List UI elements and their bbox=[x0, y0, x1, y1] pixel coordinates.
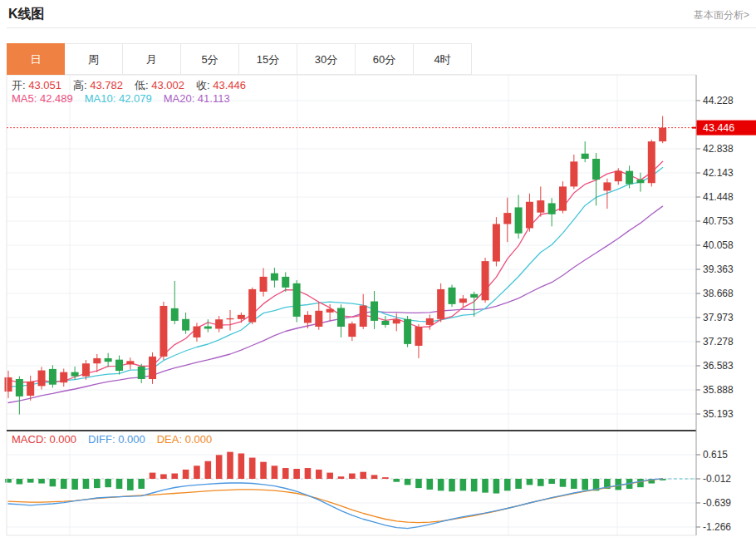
macd-bar-positive bbox=[293, 469, 300, 479]
candle-body-down bbox=[626, 171, 633, 185]
macd-bar-negative bbox=[493, 479, 500, 494]
candle-body-up bbox=[570, 161, 577, 186]
candle-body-down bbox=[16, 379, 23, 397]
tab-5min[interactable]: 5分 bbox=[181, 43, 239, 75]
candle-body-up bbox=[82, 363, 90, 376]
candle-body-up bbox=[426, 318, 434, 325]
macd-bar-positive bbox=[349, 474, 356, 479]
candle-body-up bbox=[459, 298, 467, 303]
macd-bar-positive bbox=[326, 473, 333, 479]
y-axis-label: 37.278 bbox=[703, 336, 734, 347]
macd-bar-negative bbox=[460, 479, 467, 490]
ohlc-item: 低: 43.002 bbox=[135, 79, 184, 91]
macd-bar-negative bbox=[571, 479, 577, 489]
macd-bar-negative bbox=[482, 479, 488, 493]
candle-body-up bbox=[537, 200, 544, 213]
macd-bar-negative bbox=[427, 479, 434, 490]
ohlc-item: 高: 43.782 bbox=[73, 79, 123, 91]
macd-bar-negative bbox=[438, 479, 444, 490]
candle-body-up bbox=[415, 327, 422, 346]
candle-body-down bbox=[548, 203, 556, 214]
macd-bar-positive bbox=[160, 474, 167, 479]
y-axis-label: 37.973 bbox=[703, 312, 734, 323]
macd-item: MACD: 0.000 bbox=[12, 433, 76, 446]
candle-body-up bbox=[215, 319, 223, 328]
macd-bar-negative bbox=[471, 479, 478, 491]
y-axis-label: 35.888 bbox=[703, 384, 734, 396]
candle-body-down bbox=[271, 273, 278, 281]
candle-body-down bbox=[282, 277, 289, 288]
fundamental-analysis-link[interactable]: 基本面分析> bbox=[694, 8, 749, 22]
macd-bar-positive bbox=[338, 476, 345, 479]
ma-item: MA10: 42.079 bbox=[85, 92, 152, 105]
macd-bar-negative bbox=[105, 479, 111, 487]
macd-bar-negative bbox=[38, 479, 45, 484]
macd-axis-label: 0.615 bbox=[703, 449, 728, 461]
macd-bar-positive bbox=[171, 474, 178, 479]
candle-body-up bbox=[393, 319, 400, 323]
macd-bar-negative bbox=[449, 479, 455, 491]
macd-bar-negative bbox=[405, 479, 411, 485]
candle-body-down bbox=[470, 294, 478, 298]
macd-bar-positive bbox=[360, 472, 366, 479]
candle-body-down bbox=[293, 283, 301, 317]
macd-item: DIFF: 0.000 bbox=[88, 433, 145, 446]
candle-body-up bbox=[60, 372, 67, 383]
candle-body-up bbox=[27, 382, 34, 396]
macd-bar-negative bbox=[138, 479, 145, 489]
tab-week[interactable]: 周 bbox=[65, 43, 123, 75]
candle-body-up bbox=[260, 277, 268, 292]
macd-item: DEA: 0.000 bbox=[157, 433, 213, 446]
ma-legend: MA5: 42.489MA10: 42.079MA20: 41.113 bbox=[12, 92, 242, 105]
candle-body-up bbox=[238, 315, 245, 319]
macd-bar-positive bbox=[260, 462, 267, 479]
tab-day[interactable]: 日 bbox=[7, 43, 65, 75]
ma-item: MA5: 42.489 bbox=[12, 92, 73, 105]
candle-body-down bbox=[71, 372, 79, 377]
tab-15min[interactable]: 15分 bbox=[239, 43, 297, 75]
candle-body-down bbox=[582, 154, 589, 159]
macd-bar-positive bbox=[216, 455, 223, 479]
candle-body-up bbox=[160, 306, 167, 357]
candle-body-down bbox=[171, 308, 179, 321]
tab-60min[interactable]: 60分 bbox=[356, 43, 414, 75]
macd-bar-negative bbox=[527, 479, 533, 485]
page-title: K线图 bbox=[8, 6, 45, 23]
candle-body-up bbox=[93, 358, 101, 363]
candle-body-down bbox=[337, 308, 345, 327]
candle-body-down bbox=[105, 358, 112, 362]
macd-bar-negative bbox=[71, 479, 78, 490]
tab-month[interactable]: 月 bbox=[123, 43, 181, 75]
page-header: K线图 基本面分析> bbox=[0, 0, 756, 27]
macd-bar-negative bbox=[116, 479, 123, 489]
macd-bar-positive bbox=[282, 468, 289, 479]
y-axis-label: 40.058 bbox=[703, 239, 734, 251]
tab-4hour[interactable]: 4时 bbox=[414, 43, 472, 75]
y-axis-label: 42.838 bbox=[703, 143, 734, 155]
candle-body-up bbox=[248, 289, 256, 323]
candle-body-down bbox=[49, 369, 56, 385]
candle-body-up bbox=[126, 361, 134, 364]
ohlc-legend: 开: 43.051高: 43.782低: 43.002收: 43.446 bbox=[12, 78, 258, 93]
y-axis-label: 36.583 bbox=[703, 360, 734, 372]
candle-body-up bbox=[503, 213, 511, 224]
candle-body-up bbox=[482, 261, 489, 300]
candle-body-down bbox=[204, 327, 212, 329]
macd-bar-negative bbox=[415, 479, 422, 488]
tab-30min[interactable]: 30分 bbox=[297, 43, 356, 75]
macd-bar-positive bbox=[194, 466, 200, 479]
macd-bar-positive bbox=[305, 468, 312, 479]
candle-body-down bbox=[636, 180, 644, 183]
candle-body-up bbox=[526, 202, 533, 229]
candle-body-up bbox=[348, 323, 356, 337]
macd-bar-positive bbox=[238, 453, 245, 479]
candle-body-up bbox=[360, 306, 367, 327]
ohlc-item: 收: 43.446 bbox=[196, 79, 246, 91]
y-axis-label: 39.363 bbox=[703, 264, 734, 275]
ma-item: MA20: 41.113 bbox=[164, 92, 230, 105]
candle-body-down bbox=[371, 302, 378, 321]
macd-bar-positive bbox=[316, 470, 322, 479]
macd-bar-positive bbox=[183, 470, 189, 479]
macd-axis-label: -1.266 bbox=[703, 521, 731, 533]
macd-bar-positive bbox=[227, 452, 233, 479]
